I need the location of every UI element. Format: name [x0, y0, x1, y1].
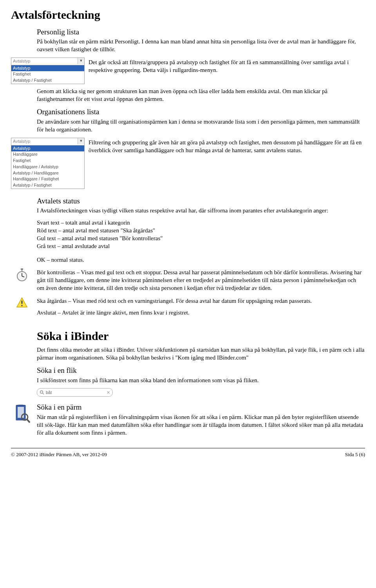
- dropdown-value: Avtalstyp: [13, 139, 30, 144]
- footer-page: Sida 5 (6): [345, 451, 365, 458]
- search-input[interactable]: båt ✕: [37, 388, 113, 397]
- paragraph: De användare som har tillgång till organ…: [37, 118, 365, 134]
- dropdown-option[interactable]: Handläggare: [11, 151, 84, 158]
- status-line: Gul text – antal avtal med statusen "Bör…: [37, 235, 163, 241]
- dropdown-list: Avtalstyp Handläggare Fastighet Handlägg…: [11, 146, 85, 189]
- dropdown-option[interactable]: Fastighet: [11, 158, 84, 164]
- footer-copyright: © 2007-2012 iBinder Pärmen AB, ver 2012-…: [11, 451, 107, 458]
- dropdown-list: Avtalstyp Fastighet Avtalstyp / Fastighe…: [11, 65, 85, 84]
- paragraph: Bör kontrolleras – Visas med gul text oc…: [37, 268, 365, 292]
- magnifier-icon: [40, 390, 44, 395]
- chevron-down-icon: ▼: [78, 58, 84, 64]
- dropdown-option[interactable]: Fastighet: [11, 71, 84, 77]
- paragraph: På bokhyllan står en pärm märkt Personli…: [37, 38, 365, 54]
- dropdown-value: Avtalstyp: [13, 59, 30, 64]
- clear-icon[interactable]: ✕: [107, 390, 110, 396]
- svg-line-9: [43, 393, 44, 395]
- dropdown-option[interactable]: Avtalstyp / Handläggare: [11, 170, 84, 176]
- paragraph: I sökfönstret som finns på flikarna kan …: [37, 376, 365, 384]
- paragraph: I Avtalsförteckningen visas tydligt vilk…: [37, 207, 365, 214]
- dropdown-option[interactable]: Avtalstyp / Fastighet: [11, 77, 84, 84]
- subhead-status: Avtalets status: [37, 196, 365, 206]
- svg-rect-0: [21, 268, 23, 270]
- subhead-personlig: Personlig lista: [37, 27, 365, 37]
- paragraph: OK – normal status.: [37, 256, 365, 264]
- subhead-soka-parm: Söka i en pärm: [37, 402, 365, 412]
- paragraph: Det finns olika metoder att söka i iBind…: [37, 346, 365, 362]
- subhead-soka-flik: Söka i en flik: [37, 365, 365, 376]
- dropdown-option[interactable]: Avtalstyp / Fastighet: [11, 182, 84, 189]
- paragraph: När man står på registerfliken i en förv…: [37, 413, 365, 437]
- paragraph: Det går också att filtrera/gruppera på a…: [89, 58, 362, 74]
- dropdown-option[interactable]: Handläggare / Avtalstyp: [11, 164, 84, 170]
- page-title: Avtalsförteckning: [11, 7, 365, 23]
- avtalstyp-dropdown-1[interactable]: Avtalstyp ▼ Avtalstyp Fastighet Avtalsty…: [11, 58, 85, 84]
- svg-line-12: [27, 419, 30, 423]
- binder-search-icon: [14, 403, 30, 423]
- svg-point-7: [21, 305, 23, 306]
- dropdown-option[interactable]: Avtalstyp: [11, 65, 84, 72]
- footer-rule: [11, 448, 365, 448]
- svg-point-8: [40, 391, 43, 394]
- paragraph: Filtrering och gruppering går även här a…: [89, 138, 362, 155]
- paragraph: Genom att klicka sig ner genom strukture…: [37, 87, 365, 103]
- dropdown-option[interactable]: Handläggare / Fastighet: [11, 176, 84, 182]
- stopwatch-icon: [16, 268, 28, 282]
- paragraph: Avslutat – Avtalet är inte längre aktivt…: [37, 309, 365, 316]
- search-text: båt: [46, 390, 52, 396]
- avtalstyp-dropdown-2[interactable]: Avtalstyp ▼ Avtalstyp Handläggare Fastig…: [11, 138, 85, 189]
- paragraph: Ska åtgärdas – Visas med röd text och en…: [37, 297, 365, 305]
- status-line: Röd text – antal avtal med statusen "Ska…: [37, 227, 155, 234]
- warning-triangle-icon: [16, 297, 28, 308]
- svg-rect-6: [22, 300, 23, 304]
- status-line: Svart text – totalt antal avtal i katego…: [37, 219, 130, 226]
- chevron-down-icon: ▼: [78, 138, 84, 144]
- dropdown-option[interactable]: Avtalstyp: [11, 146, 84, 152]
- heading-soka: Söka i iBinder: [37, 328, 365, 344]
- svg-rect-10: [18, 407, 24, 418]
- status-line: Grå text – antal avslutade avtal: [37, 243, 110, 249]
- subhead-organisation: Organisationens lista: [37, 107, 365, 117]
